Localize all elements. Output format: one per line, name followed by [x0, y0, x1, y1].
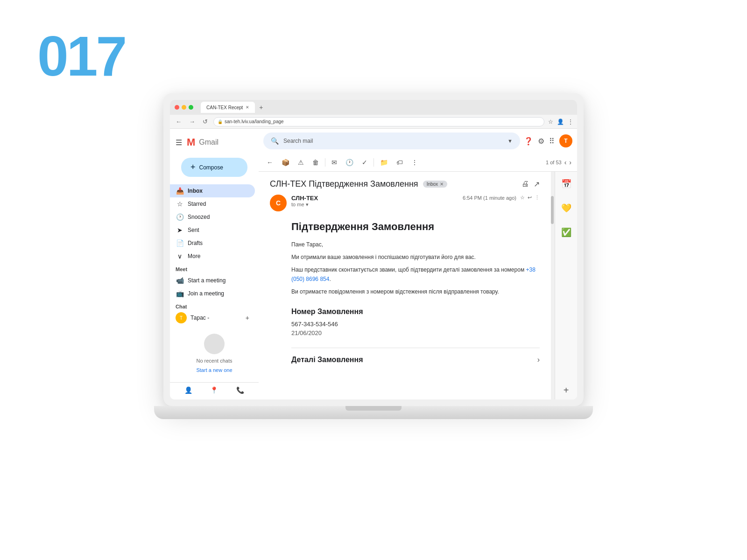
compose-button[interactable]: + Compose — [181, 158, 247, 177]
pagination-info: 1 of 53 ‹ › — [546, 159, 571, 166]
order-number: 567-343-534-546 — [291, 321, 540, 328]
toolbar-divider2 — [374, 158, 374, 167]
pagination-text: 1 of 53 — [546, 160, 562, 165]
sender-to[interactable]: to me ▾ — [291, 202, 458, 208]
start-new-chat-link[interactable]: Start a new one — [196, 367, 232, 373]
spam-icon[interactable]: ⚠ — [296, 157, 306, 168]
email-details-row: Деталі Замовлення › — [291, 348, 540, 364]
traffic-lights — [175, 105, 193, 110]
sidebar-item-snoozed[interactable]: 🕐 Snoozed — [170, 210, 255, 224]
people-icon[interactable]: 👤 — [184, 386, 192, 394]
tab-title: CAN-TEX Recept — [206, 105, 243, 110]
next-email-button[interactable]: › — [569, 159, 571, 166]
video-icon: 📹 — [176, 277, 184, 284]
sidebar-snoozed-label: Snoozed — [188, 214, 210, 220]
active-tab[interactable]: CAN-TEX Recept ✕ — [201, 102, 255, 113]
compose-plus-icon: + — [190, 162, 196, 172]
search-icon: 🔍 — [271, 137, 279, 145]
apps-icon[interactable]: ⠿ — [549, 137, 555, 146]
move-icon[interactable]: 📁 — [378, 157, 390, 168]
right-panel-keep-icon[interactable]: 💛 — [558, 200, 575, 217]
no-chats-avatar-placeholder — [204, 334, 225, 354]
right-panel-add-button[interactable]: + — [564, 385, 569, 396]
search-dropdown-icon[interactable]: ▼ — [507, 138, 513, 144]
phone-link[interactable]: +38 (050) 8696 854 — [291, 266, 536, 282]
remove-label-button[interactable]: ✕ — [440, 182, 444, 187]
archive-icon[interactable]: 📦 — [279, 157, 292, 168]
phone-icon[interactable]: 📞 — [236, 386, 244, 394]
address-bar[interactable]: 🔒 san-teh.lviv.ua/landing_page — [213, 117, 544, 126]
open-in-new-icon[interactable]: ↗ — [534, 180, 540, 189]
gmail-search-row: 🔍 Search mail ▼ ❓ ⚙ ⠿ T — [259, 129, 577, 153]
chat-section-title: Chat — [170, 300, 259, 311]
details-expand-icon[interactable]: › — [537, 356, 540, 364]
sidebar-item-more[interactable]: ∨ More — [170, 250, 255, 263]
new-tab-button[interactable]: + — [257, 103, 265, 112]
right-panel-calendar-icon[interactable]: 📅 — [558, 175, 575, 192]
more-sender-options-icon[interactable]: ⋮ — [535, 195, 540, 201]
snooze-icon[interactable]: 🕐 — [343, 157, 356, 168]
help-icon[interactable]: ❓ — [524, 137, 533, 146]
page-number: 017 — [37, 28, 125, 84]
bookmark-star-icon[interactable]: ☆ — [548, 119, 553, 125]
toolbar-icons: ☆ 👤 ⋮ — [548, 119, 573, 125]
starred-icon: ☆ — [176, 200, 184, 208]
email-sender-row: С СЛН-ТЕХ to me ▾ 6:54 PM (1 minut — [270, 195, 540, 211]
star-email-icon[interactable]: ☆ — [520, 195, 525, 201]
reply-icon[interactable]: ↩ — [528, 195, 532, 201]
hamburger-menu-icon[interactable]: ☰ — [176, 138, 182, 147]
sidebar-bottom-icons: 👤 📍 📞 — [170, 382, 259, 398]
email-body-line3: Ви отримаєте повідомлення з номером відс… — [291, 287, 540, 296]
settings-icon[interactable]: ⚙ — [538, 137, 544, 146]
expand-recipients-icon[interactable]: ▾ — [306, 202, 309, 207]
sidebar-item-sent[interactable]: ➤ Sent — [170, 224, 255, 237]
user-profile-icon[interactable]: 👤 — [557, 119, 564, 125]
email-subject-row: СЛН-ТЕХ Підтвердження Замовлення Inbox ✕… — [270, 179, 540, 189]
sidebar-item-inbox[interactable]: 📥 Inbox — [170, 184, 255, 197]
sidebar-drafts-label: Drafts — [188, 240, 203, 246]
sidebar-item-drafts[interactable]: 📄 Drafts — [170, 237, 255, 250]
add-chat-icon[interactable]: + — [246, 314, 249, 322]
print-icon[interactable]: 🖨 — [521, 180, 529, 189]
gmail-logo-text: Gmail — [199, 138, 218, 147]
prev-email-button[interactable]: ‹ — [564, 159, 567, 166]
more-options-icon[interactable]: ⋮ — [568, 119, 573, 125]
right-panel-tasks-icon[interactable]: ✅ — [558, 224, 575, 241]
laptop-screen: CAN-TEX Recept ✕ + ← → ↺ 🔒 san-teh.lviv.… — [163, 93, 584, 406]
no-chats-section: No recent chats Start a new one — [170, 324, 259, 382]
lock-icon: 🔒 — [218, 119, 223, 124]
sender-name: СЛН-ТЕХ — [291, 195, 458, 202]
refresh-button[interactable]: ↺ — [201, 117, 210, 126]
sidebar-item-starred[interactable]: ☆ Starred — [170, 197, 255, 210]
user-avatar[interactable]: T — [559, 134, 572, 147]
search-bar[interactable]: 🔍 Search mail ▼ — [263, 133, 520, 149]
tab-close-button[interactable]: ✕ — [246, 105, 249, 110]
close-button[interactable] — [175, 105, 179, 110]
minimize-button[interactable] — [182, 105, 186, 110]
sent-icon: ➤ — [176, 226, 184, 234]
email-toolbar: ← 📦 ⚠ 🗑 ✉ 🕐 ✓ 📁 🏷 ⋮ 1 of 53 — [259, 153, 577, 172]
more-email-options-icon[interactable]: ⋮ — [409, 157, 420, 168]
label-icon[interactable]: 🏷 — [394, 157, 405, 168]
location-icon[interactable]: 📍 — [210, 386, 218, 394]
back-button[interactable]: ← — [174, 117, 183, 126]
chat-user-name: Тарас - — [190, 315, 209, 321]
mark-unread-icon[interactable]: ✉ — [329, 157, 339, 168]
gmail-app: ☰ M Gmail + Compose 📥 Inbox — [170, 129, 577, 399]
delete-icon[interactable]: 🗑 — [310, 157, 321, 168]
sidebar-item-join-meeting[interactable]: 📺 Join a meeting — [170, 287, 255, 300]
gmail-m-icon: M — [187, 136, 195, 148]
drafts-icon: 📄 — [176, 239, 184, 247]
sidebar-item-chat-user[interactable]: Т Тарас - + — [170, 311, 255, 324]
back-to-list-icon[interactable]: ← — [264, 157, 275, 168]
forward-button[interactable]: → — [187, 117, 197, 126]
snoozed-icon: 🕐 — [176, 213, 184, 221]
browser: CAN-TEX Recept ✕ + ← → ↺ 🔒 san-teh.lviv.… — [170, 100, 577, 399]
url-text: san-teh.lviv.ua/landing_page — [225, 119, 284, 124]
maximize-button[interactable] — [189, 105, 193, 110]
email-scrollbar[interactable] — [551, 172, 555, 399]
add-task-icon[interactable]: ✓ — [359, 157, 370, 168]
sidebar-item-start-meeting[interactable]: 📹 Start a meeting — [170, 274, 255, 287]
order-date: 21/06/2020 — [291, 329, 540, 336]
email-subject: СЛН-ТЕХ Підтвердження Замовлення — [270, 179, 418, 189]
